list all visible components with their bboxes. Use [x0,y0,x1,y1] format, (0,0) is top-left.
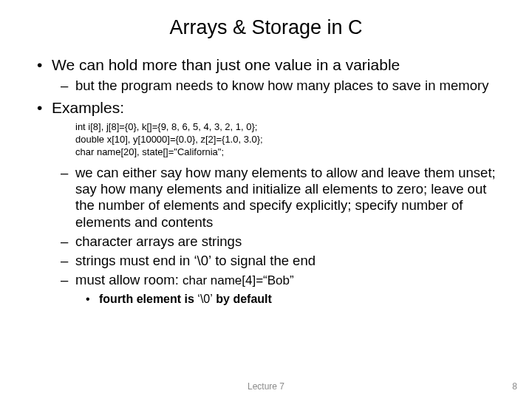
bullet-dash-icon: – [61,253,68,269]
text: to signal the end [211,253,316,268]
subbullet-memory-places: – but the program needs to know how many… [75,78,504,94]
bullet-dash-icon: – [61,165,68,181]
bullet-examples: • Examples: [52,98,504,117]
text: must allow room: [75,272,183,287]
text: we can either say how many elements to a… [75,165,496,230]
inline-code: ‘\0’ [197,293,212,305]
bullet-dot-icon: • [37,55,42,75]
code-example-block: int i[8], j[8]={0}, k[]={9, 8, 6, 5, 4, … [75,121,504,159]
subbullet-char-arrays: – character arrays are strings [75,233,504,250]
footer-page-number: 8 [512,381,517,392]
code-line: int i[8], j[8]={0}, k[]={9, 8, 6, 5, 4, … [75,121,504,134]
bullet-dot-icon: • [86,292,90,306]
bullet-variable-hold: • We can hold more than just one value i… [52,55,504,75]
slide-body: • We can hold more than just one value i… [0,55,532,306]
slide-title: Arrays & Storage in C [0,0,532,55]
subsubbullet-fourth-element: • fourth element is ‘\0’ by default [99,292,504,306]
code-line: double x[10], y[10000]={0.0}, z[2]={1.0,… [75,134,504,146]
inline-code: ‘\0’ [194,253,211,268]
text: character arrays are strings [75,233,242,249]
subbullet-allow-room: – must allow room: char name[4]=“Bob” [75,272,504,288]
text: by default [213,293,272,305]
subbullet-explanation: – we can either say how many elements to… [75,165,504,231]
bullet-dot-icon: • [37,98,42,117]
text: We can hold more than just one value in … [52,56,400,73]
text: Examples: [52,99,124,116]
text: fourth element is [99,293,197,305]
subbullet-string-terminator: – strings must end in ‘\0’ to signal the… [75,253,504,269]
bullet-dash-icon: – [61,78,68,94]
code-line: char name[20], state[]="California"; [75,146,504,159]
inline-code: char name[4]=“Bob” [183,273,294,287]
bullet-dash-icon: – [61,233,68,250]
text: but the program needs to know how many p… [75,78,488,93]
bullet-dash-icon: – [61,272,68,288]
footer-lecture-label: Lecture 7 [0,381,532,392]
text: strings must end in [75,253,194,268]
